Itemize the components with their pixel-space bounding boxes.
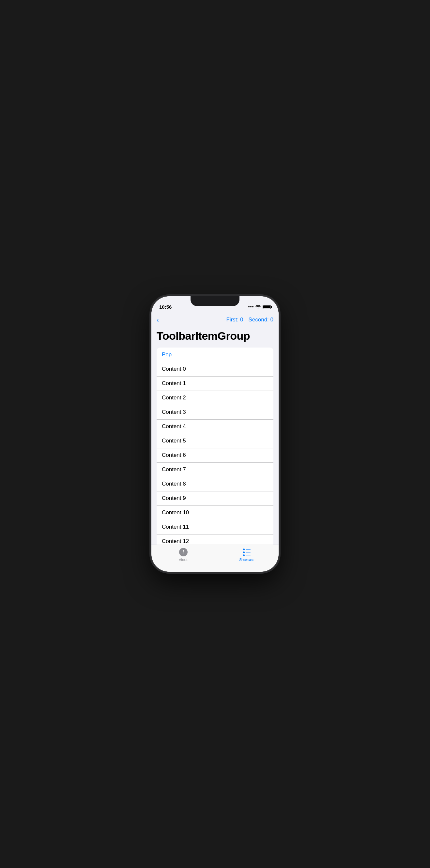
second-button[interactable]: Second: 0: [248, 316, 273, 323]
content-item-11: Content 11: [162, 520, 189, 534]
list-item[interactable]: Content 0: [157, 362, 273, 376]
signal-icon: [248, 306, 253, 307]
first-button[interactable]: First: 0: [226, 316, 243, 323]
list-item[interactable]: Content 6: [157, 448, 273, 462]
notch: [190, 296, 240, 306]
content-item-12: Content 12: [162, 534, 189, 545]
tab-about-icon: i: [179, 548, 188, 557]
back-button[interactable]: ‹: [157, 316, 159, 324]
content-item-7: Content 7: [162, 462, 186, 477]
content-item-3: Content 3: [162, 405, 186, 419]
list-bullet-icon: [243, 549, 251, 556]
content-item-9: Content 9: [162, 491, 186, 505]
list-item[interactable]: Content 2: [157, 391, 273, 405]
list-item[interactable]: Content 8: [157, 477, 273, 491]
content-area[interactable]: Pop Content 0 Content 1 Content 2 Conten…: [151, 347, 279, 545]
screen: 10:56 ‹: [151, 296, 279, 572]
content-item-10: Content 10: [162, 505, 189, 520]
list-item[interactable]: Content 7: [157, 462, 273, 477]
list-item[interactable]: Content 5: [157, 434, 273, 448]
list-item[interactable]: Content 11: [157, 520, 273, 534]
pop-item: Pop: [162, 347, 172, 362]
list-item[interactable]: Pop: [157, 347, 273, 362]
content-item-0: Content 0: [162, 362, 186, 376]
tab-bar: i About: [151, 545, 279, 572]
list-item[interactable]: Content 12: [157, 534, 273, 545]
tab-about[interactable]: i About: [151, 548, 215, 562]
content-item-6: Content 6: [162, 448, 186, 462]
page-title: ToolbarItemGroup: [157, 330, 273, 342]
tab-about-label: About: [179, 558, 187, 562]
list-card: Pop Content 0 Content 1 Content 2 Conten…: [157, 347, 273, 545]
list-item[interactable]: Content 9: [157, 491, 273, 505]
list-item[interactable]: Content 10: [157, 505, 273, 520]
content-item-8: Content 8: [162, 477, 186, 491]
content-item-2: Content 2: [162, 391, 186, 405]
battery-icon: [263, 305, 271, 309]
nav-bar: ‹ First: 0 Second: 0: [151, 313, 279, 327]
page-title-area: ToolbarItemGroup: [151, 327, 279, 347]
content-item-4: Content 4: [162, 419, 186, 434]
tab-showcase[interactable]: Showcase: [215, 548, 279, 562]
list-item[interactable]: Content 4: [157, 419, 273, 434]
tab-showcase-icon: [242, 548, 251, 557]
phone-frame: 10:56 ‹: [151, 296, 279, 572]
content-item-1: Content 1: [162, 376, 186, 391]
status-icons: [248, 305, 271, 309]
list-item[interactable]: Content 3: [157, 405, 273, 419]
status-time: 10:56: [159, 304, 172, 310]
info-circle-icon: i: [179, 548, 188, 556]
content-item-5: Content 5: [162, 434, 186, 448]
chevron-left-icon: ‹: [157, 316, 159, 324]
tab-showcase-label: Showcase: [239, 558, 254, 562]
nav-actions: First: 0 Second: 0: [226, 316, 273, 323]
wifi-icon: [255, 305, 261, 309]
list-item[interactable]: Content 1: [157, 376, 273, 391]
